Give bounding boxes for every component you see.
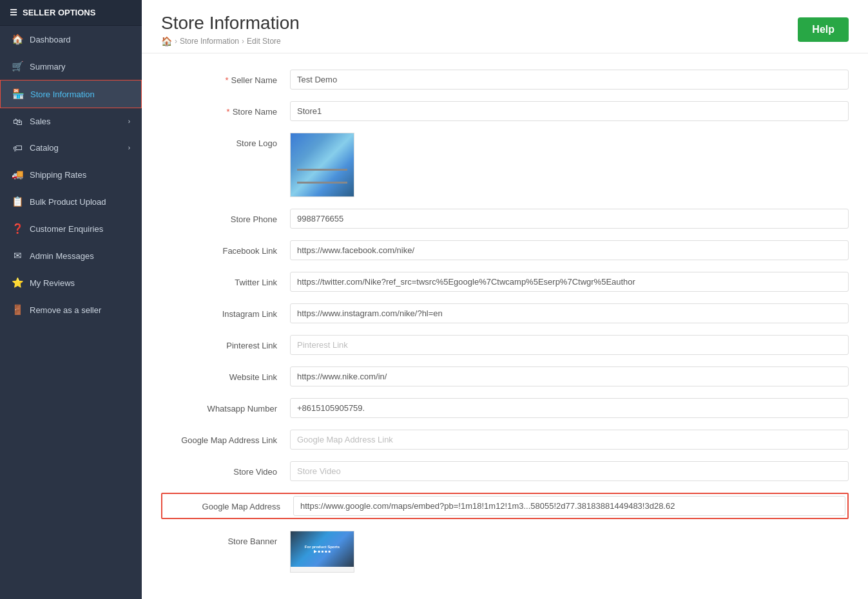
- store-video-label: Store Video: [161, 461, 290, 478]
- sidebar-item-store-information[interactable]: 🏪 Store Information: [0, 80, 142, 108]
- page-title-area: Store Information 🏠 › Store Information …: [161, 13, 300, 46]
- sidebar-item-label: Remove as a seller: [30, 305, 101, 315]
- main-content: Store Information 🏠 › Store Information …: [142, 0, 868, 599]
- page-title: Store Information: [161, 13, 300, 33]
- sidebar-item-bulk-product-upload[interactable]: 📋 Bulk Product Upload: [0, 188, 142, 215]
- store-video-input[interactable]: [290, 461, 849, 481]
- shipping-icon: 🚚: [12, 169, 23, 180]
- whatsapp-number-label: Whatsapp Number: [161, 398, 290, 415]
- store-logo-label: Store Logo: [161, 133, 290, 149]
- sidebar-title: SELLER OPTIONS: [23, 8, 95, 17]
- store-video-row: Store Video: [161, 461, 849, 481]
- facebook-link-row: Facebook Link: [161, 240, 849, 260]
- sidebar-item-label: Customer Enquiries: [30, 224, 103, 234]
- google-map-address-input[interactable]: [293, 496, 845, 516]
- store-name-row: *Store Name: [161, 101, 849, 121]
- logo-image: [291, 133, 354, 196]
- breadcrumb-home-icon[interactable]: 🏠: [161, 36, 172, 46]
- store-phone-row: Store Phone: [161, 209, 849, 229]
- website-link-input[interactable]: [290, 366, 849, 386]
- sidebar-item-admin-messages[interactable]: ✉ Admin Messages: [0, 242, 142, 269]
- instagram-link-label: Instagram Link: [161, 303, 290, 320]
- reviews-icon: ⭐: [12, 277, 23, 289]
- sidebar-item-catalog[interactable]: 🏷 Catalog ›: [0, 135, 142, 161]
- store-name-input[interactable]: [290, 101, 849, 121]
- chevron-right-icon: ›: [128, 118, 130, 125]
- sales-icon: 🛍: [12, 116, 23, 127]
- facebook-link-label: Facebook Link: [161, 240, 290, 257]
- sidebar-item-label: Admin Messages: [30, 251, 94, 261]
- breadcrumb-separator2: ›: [242, 37, 244, 46]
- instagram-link-row: Instagram Link: [161, 303, 849, 323]
- sidebar-item-label: Sales: [30, 117, 51, 126]
- facebook-link-input[interactable]: [290, 240, 849, 260]
- google-map-address-link-label: Google Map Address Link: [161, 430, 290, 446]
- pinterest-link-row: Pinterest Link: [161, 335, 849, 355]
- sidebar-item-customer-enquiries[interactable]: ❓ Customer Enquiries: [0, 215, 142, 242]
- sidebar-item-shipping-rates[interactable]: 🚚 Shipping Rates: [0, 161, 142, 188]
- store-banner-label: Store Banner: [161, 531, 290, 547]
- seller-name-label: *Seller Name: [161, 70, 290, 86]
- store-logo-row: Store Logo: [161, 133, 849, 197]
- breadcrumb-separator: ›: [175, 37, 177, 46]
- instagram-link-input[interactable]: [290, 303, 849, 323]
- top-bar: Store Information 🏠 › Store Information …: [142, 0, 868, 53]
- required-star: *: [227, 107, 230, 117]
- store-phone-input[interactable]: [290, 209, 849, 229]
- form-area: *Seller Name *Store Name Store Logo: [142, 53, 868, 599]
- shelf-decoration2: [297, 182, 347, 184]
- banner-image: For product Sports▶ ■ ■ ■ ■: [291, 531, 354, 567]
- breadcrumb-store-information-link[interactable]: Store Information: [180, 37, 239, 46]
- help-button[interactable]: Help: [798, 17, 849, 42]
- shelf-decoration: [297, 169, 347, 171]
- store-name-label: *Store Name: [161, 101, 290, 118]
- sidebar-item-my-reviews[interactable]: ⭐ My Reviews: [0, 269, 142, 296]
- breadcrumb: 🏠 › Store Information › Edit Store: [161, 36, 300, 46]
- google-map-address-label: Google Map Address: [164, 496, 293, 513]
- catalog-icon: 🏷: [12, 142, 23, 153]
- sidebar-item-label: Catalog: [30, 143, 59, 153]
- twitter-link-input[interactable]: [290, 272, 849, 292]
- sidebar-item-summary[interactable]: 🛒 Summary: [0, 53, 142, 80]
- sidebar-header: ☰ SELLER OPTIONS: [0, 0, 142, 26]
- pinterest-link-label: Pinterest Link: [161, 335, 290, 352]
- dashboard-icon: 🏠: [12, 33, 23, 45]
- sidebar-item-label: Store Information: [30, 90, 95, 99]
- sidebar-item-label: My Reviews: [30, 278, 75, 288]
- banner-container: For product Sports▶ ■ ■ ■ ■: [290, 531, 354, 573]
- twitter-link-label: Twitter Link: [161, 272, 290, 289]
- google-map-address-highlighted-row: Google Map Address: [161, 493, 849, 519]
- remove-seller-icon: 🚪: [12, 304, 23, 316]
- website-link-label: Website Link: [161, 366, 290, 383]
- google-map-address-link-input[interactable]: [290, 430, 849, 450]
- chevron-right-icon: ›: [128, 144, 130, 151]
- google-map-address-link-row: Google Map Address Link: [161, 430, 849, 450]
- store-information-icon: 🏪: [12, 88, 24, 100]
- pinterest-link-input[interactable]: [290, 335, 849, 355]
- store-phone-label: Store Phone: [161, 209, 290, 225]
- google-map-address-row: Google Map Address: [164, 496, 845, 516]
- sidebar-item-sales[interactable]: 🛍 Sales ›: [0, 108, 142, 135]
- store-banner-row: Store Banner For product Sports▶ ■ ■ ■ ■: [161, 531, 849, 573]
- required-star: *: [225, 75, 228, 85]
- whatsapp-number-row: Whatsapp Number: [161, 398, 849, 418]
- sidebar-item-remove-as-seller[interactable]: 🚪 Remove as a seller: [0, 296, 142, 323]
- website-link-row: Website Link: [161, 366, 849, 386]
- breadcrumb-current: Edit Store: [247, 37, 281, 46]
- sidebar-item-label: Summary: [30, 62, 66, 71]
- enquiries-icon: ❓: [12, 223, 23, 234]
- menu-icon: ☰: [10, 8, 17, 17]
- seller-name-input[interactable]: [290, 70, 849, 90]
- store-logo-container: [290, 133, 849, 197]
- banner-text-overlay: For product Sports▶ ■ ■ ■ ■: [305, 545, 340, 553]
- sidebar-item-label: Dashboard: [30, 35, 71, 44]
- messages-icon: ✉: [12, 250, 23, 261]
- sidebar: ☰ SELLER OPTIONS 🏠 Dashboard 🛒 Summary 🏪…: [0, 0, 142, 599]
- sidebar-item-label: Shipping Rates: [30, 170, 86, 180]
- logo-box: [290, 133, 354, 197]
- whatsapp-number-input[interactable]: [290, 398, 849, 418]
- twitter-link-row: Twitter Link: [161, 272, 849, 292]
- sidebar-item-label: Bulk Product Upload: [30, 197, 106, 207]
- seller-name-row: *Seller Name: [161, 70, 849, 90]
- sidebar-item-dashboard[interactable]: 🏠 Dashboard: [0, 26, 142, 53]
